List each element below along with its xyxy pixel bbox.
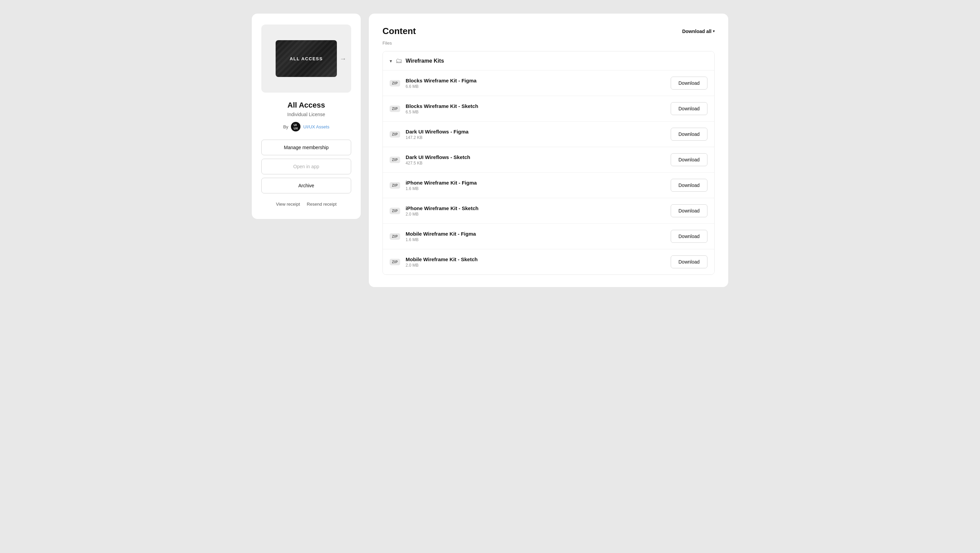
page-container: ALL ACCESS → All Access Individual Licen… xyxy=(252,14,728,287)
file-size: 427.5 KB xyxy=(406,161,671,166)
table-row: ZIP Dark UI Wireflows - Figma 147.2 KB D… xyxy=(383,121,714,147)
resend-receipt-button[interactable]: Resend receipt xyxy=(307,202,337,207)
file-info: Mobile Wireframe Kit - Figma 1.6 MB xyxy=(406,231,671,242)
manage-membership-button[interactable]: Manage membership xyxy=(261,140,351,155)
content-title: Content xyxy=(382,26,416,37)
file-size: 2.0 MB xyxy=(406,263,671,268)
avatar-text: UIUX xyxy=(294,123,298,130)
zip-badge: ZIP xyxy=(390,131,400,137)
folder-name: Wireframe Kits xyxy=(406,58,444,64)
product-author: By UIUX UI/UX Assets xyxy=(283,122,329,131)
author-prefix: By xyxy=(283,124,288,129)
file-name: Dark UI Wireflows - Sketch xyxy=(406,154,671,160)
folder-icon: 🗂 xyxy=(395,57,402,65)
table-row: ZIP iPhone Wireframe Kit - Figma 1.6 MB … xyxy=(383,172,714,198)
file-info: Blocks Wireframe Kit - Sketch 6.5 MB xyxy=(406,103,671,115)
zip-badge: ZIP xyxy=(390,208,400,214)
open-in-app-button[interactable]: Open in app xyxy=(261,159,351,174)
file-size: 2.0 MB xyxy=(406,212,671,217)
receipt-links: View receipt Resend receipt xyxy=(276,202,337,207)
product-card-arrow: → xyxy=(340,55,347,63)
zip-badge: ZIP xyxy=(390,157,400,163)
folder-header: ▾ 🗂 Wireframe Kits xyxy=(383,51,714,70)
files-label: Files xyxy=(382,40,714,46)
download-all-button[interactable]: Download all ▾ xyxy=(682,29,714,34)
download-button[interactable]: Download xyxy=(671,128,708,141)
download-button[interactable]: Download xyxy=(671,204,708,217)
file-size: 6.5 MB xyxy=(406,110,671,115)
product-card: ALL ACCESS xyxy=(275,40,337,77)
folder-section: ▾ 🗂 Wireframe Kits ZIP Blocks Wireframe … xyxy=(382,51,714,275)
download-all-label: Download all xyxy=(682,29,711,34)
chevron-down-icon: ▾ xyxy=(713,29,714,33)
file-name: iPhone Wireframe Kit - Figma xyxy=(406,180,671,186)
file-name: iPhone Wireframe Kit - Sketch xyxy=(406,206,671,211)
zip-badge: ZIP xyxy=(390,182,400,189)
avatar: UIUX xyxy=(291,122,301,131)
file-info: iPhone Wireframe Kit - Sketch 2.0 MB xyxy=(406,206,671,217)
file-info: Dark UI Wireflows - Figma 147.2 KB xyxy=(406,129,671,140)
table-row: ZIP Blocks Wireframe Kit - Figma 6.6 MB … xyxy=(383,70,714,96)
table-row: ZIP Blocks Wireframe Kit - Sketch 6.5 MB… xyxy=(383,96,714,121)
product-title: All Access xyxy=(288,101,325,110)
file-info: iPhone Wireframe Kit - Figma 1.6 MB xyxy=(406,180,671,191)
file-size: 1.6 MB xyxy=(406,186,671,191)
product-image-container: ALL ACCESS → xyxy=(261,24,351,92)
zip-badge: ZIP xyxy=(390,233,400,240)
file-info: Mobile Wireframe Kit - Sketch 2.0 MB xyxy=(406,257,671,268)
product-subtitle: Individual License xyxy=(287,112,325,117)
download-button[interactable]: Download xyxy=(671,153,708,166)
zip-badge: ZIP xyxy=(390,259,400,265)
file-info: Dark UI Wireflows - Sketch 427.5 KB xyxy=(406,154,671,166)
download-button[interactable]: Download xyxy=(671,76,708,89)
file-name: Dark UI Wireflows - Figma xyxy=(406,129,671,134)
product-card-label: ALL ACCESS xyxy=(290,56,323,61)
table-row: ZIP Dark UI Wireflows - Sketch 427.5 KB … xyxy=(383,147,714,172)
file-name: Mobile Wireframe Kit - Figma xyxy=(406,231,671,237)
file-name: Blocks Wireframe Kit - Figma xyxy=(406,78,671,83)
table-row: ZIP Mobile Wireframe Kit - Figma 1.6 MB … xyxy=(383,223,714,249)
download-button[interactable]: Download xyxy=(671,255,708,268)
right-panel: Content Download all ▾ Files ▾ 🗂 Wirefra… xyxy=(369,14,728,287)
folder-chevron-icon[interactable]: ▾ xyxy=(390,58,392,64)
download-button[interactable]: Download xyxy=(671,179,708,192)
file-size: 6.6 MB xyxy=(406,84,671,89)
table-row: ZIP iPhone Wireframe Kit - Sketch 2.0 MB… xyxy=(383,198,714,223)
file-size: 1.6 MB xyxy=(406,237,671,242)
table-row: ZIP Mobile Wireframe Kit - Sketch 2.0 MB… xyxy=(383,249,714,274)
archive-button[interactable]: Archive xyxy=(261,178,351,193)
content-header: Content Download all ▾ xyxy=(382,26,714,37)
file-name: Blocks Wireframe Kit - Sketch xyxy=(406,103,671,109)
zip-badge: ZIP xyxy=(390,80,400,86)
zip-badge: ZIP xyxy=(390,105,400,112)
file-list: ZIP Blocks Wireframe Kit - Figma 6.6 MB … xyxy=(383,70,714,274)
file-name: Mobile Wireframe Kit - Sketch xyxy=(406,257,671,262)
view-receipt-button[interactable]: View receipt xyxy=(276,202,300,207)
left-panel: ALL ACCESS → All Access Individual Licen… xyxy=(252,14,361,219)
download-button[interactable]: Download xyxy=(671,230,708,243)
file-size: 147.2 KB xyxy=(406,135,671,140)
download-button[interactable]: Download xyxy=(671,102,708,115)
author-link[interactable]: UI/UX Assets xyxy=(303,124,329,129)
file-info: Blocks Wireframe Kit - Figma 6.6 MB xyxy=(406,78,671,89)
